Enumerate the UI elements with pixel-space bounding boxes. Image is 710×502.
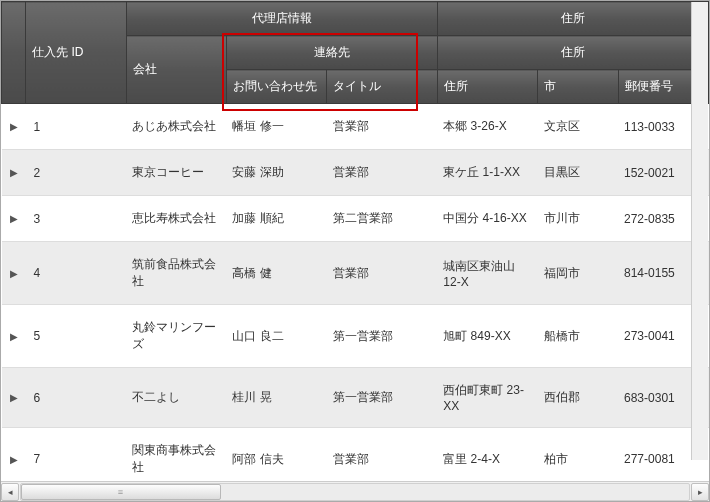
cell-address: 西伯町東町 23-XX [437, 368, 537, 428]
cell-address: 中国分 4-16-XX [437, 196, 537, 242]
header-supplier-id[interactable]: 仕入先 ID [26, 2, 126, 104]
header-city[interactable]: 市 [538, 70, 618, 104]
table-row[interactable]: ▶6不二よし桂川 晃第一営業部西伯町東町 23-XX西伯郡683-0301 [2, 368, 709, 428]
table-row[interactable]: ▶3恵比寿株式会社加藤 順紀第二営業部中国分 4-16-XX市川市272-083… [2, 196, 709, 242]
cell-address: 本郷 3-26-X [437, 104, 537, 150]
cell-address: 旭町 849-XX [437, 305, 537, 368]
expand-toggle[interactable]: ▶ [2, 196, 26, 242]
table-row[interactable]: ▶1あじあ株式会社幡垣 修一営業部本郷 3-26-X文京区113-0033 [2, 104, 709, 150]
cell-company: 東京コーヒー [126, 150, 226, 196]
cell-address: 東ケ丘 1-1-XX [437, 150, 537, 196]
scroll-right-button[interactable]: ▸ [691, 483, 709, 501]
cell-company: あじあ株式会社 [126, 104, 226, 150]
grid-body: ▶1あじあ株式会社幡垣 修一営業部本郷 3-26-X文京区113-0033▶2東… [2, 104, 709, 482]
cell-city: 西伯郡 [538, 368, 618, 428]
triangle-right-icon: ▶ [10, 454, 18, 465]
header-group-agency[interactable]: 代理店情報 [126, 2, 437, 36]
cell-company: 恵比寿株式会社 [126, 196, 226, 242]
triangle-right-icon: ▶ [10, 121, 18, 132]
cell-title: 営業部 [327, 428, 437, 482]
table-row[interactable]: ▶2東京コーヒー安藤 深助営業部東ケ丘 1-1-XX目黒区152-0021 [2, 150, 709, 196]
cell-city: 福岡市 [538, 242, 618, 305]
triangle-right-icon: ▶ [10, 392, 18, 403]
header-address[interactable]: 住所 [437, 70, 537, 104]
cell-contact: 阿部 信夫 [226, 428, 326, 482]
cell-city: 船橋市 [538, 305, 618, 368]
cell-title: 営業部 [327, 104, 437, 150]
cell-id: 7 [26, 428, 126, 482]
cell-city: 柏市 [538, 428, 618, 482]
cell-contact: 桂川 晃 [226, 368, 326, 428]
triangle-right-icon: ▶ [10, 213, 18, 224]
cell-company: 不二よし [126, 368, 226, 428]
expand-toggle[interactable]: ▶ [2, 242, 26, 305]
cell-company: 丸鈴マリンフーズ [126, 305, 226, 368]
cell-title: 第二営業部 [327, 196, 437, 242]
expand-toggle[interactable]: ▶ [2, 305, 26, 368]
header-title[interactable]: タイトル [327, 70, 437, 104]
grip-icon: ≡ [118, 487, 124, 497]
cell-id: 2 [26, 150, 126, 196]
cell-company: 筑前食品株式会社 [126, 242, 226, 305]
scroll-thumb[interactable]: ≡ [21, 484, 221, 500]
cell-contact: 幡垣 修一 [226, 104, 326, 150]
header-contact-person[interactable]: お問い合わせ先 [226, 70, 326, 104]
cell-title: 営業部 [327, 150, 437, 196]
cell-city: 目黒区 [538, 150, 618, 196]
expand-toggle[interactable]: ▶ [2, 428, 26, 482]
data-grid: 仕入先 ID 代理店情報 住所 会社 連絡先 住所 お問い合わせ先 タイトル 住… [1, 1, 709, 481]
cell-id: 4 [26, 242, 126, 305]
grid-header: 仕入先 ID 代理店情報 住所 会社 連絡先 住所 お問い合わせ先 タイトル 住… [2, 2, 709, 104]
header-group-address-top[interactable]: 住所 [437, 2, 708, 36]
horizontal-scrollbar[interactable]: ◂ ≡ ▸ [1, 481, 709, 501]
vertical-scrollbar[interactable] [691, 2, 708, 460]
cell-city: 文京区 [538, 104, 618, 150]
scroll-track[interactable]: ≡ [20, 483, 690, 501]
cell-contact: 高橋 健 [226, 242, 326, 305]
expand-toggle[interactable]: ▶ [2, 150, 26, 196]
triangle-right-icon: ▸ [698, 487, 703, 497]
header-address-group[interactable]: 住所 [437, 36, 708, 70]
header-expander [2, 2, 26, 104]
triangle-right-icon: ▶ [10, 331, 18, 342]
cell-title: 第一営業部 [327, 305, 437, 368]
table-row[interactable]: ▶7関東商事株式会社阿部 信夫営業部富里 2-4-X柏市277-0081 [2, 428, 709, 482]
grid-container: 仕入先 ID 代理店情報 住所 会社 連絡先 住所 お問い合わせ先 タイトル 住… [0, 0, 710, 502]
expand-toggle[interactable]: ▶ [2, 104, 26, 150]
cell-contact: 山口 良二 [226, 305, 326, 368]
cell-title: 第一営業部 [327, 368, 437, 428]
cell-title: 営業部 [327, 242, 437, 305]
triangle-left-icon: ◂ [8, 487, 13, 497]
cell-id: 1 [26, 104, 126, 150]
table-row[interactable]: ▶4筑前食品株式会社高橋 健営業部城南区東油山 12-X福岡市814-0155 [2, 242, 709, 305]
cell-contact: 安藤 深助 [226, 150, 326, 196]
table-row[interactable]: ▶5丸鈴マリンフーズ山口 良二第一営業部旭町 849-XX船橋市273-0041 [2, 305, 709, 368]
triangle-right-icon: ▶ [10, 268, 18, 279]
header-contact-group[interactable]: 連絡先 [226, 36, 437, 70]
cell-address: 富里 2-4-X [437, 428, 537, 482]
cell-id: 5 [26, 305, 126, 368]
content-wrap: 仕入先 ID 代理店情報 住所 会社 連絡先 住所 お問い合わせ先 タイトル 住… [1, 1, 709, 481]
expand-toggle[interactable]: ▶ [2, 368, 26, 428]
cell-city: 市川市 [538, 196, 618, 242]
cell-id: 3 [26, 196, 126, 242]
triangle-right-icon: ▶ [10, 167, 18, 178]
cell-id: 6 [26, 368, 126, 428]
header-company[interactable]: 会社 [126, 36, 226, 104]
cell-address: 城南区東油山 12-X [437, 242, 537, 305]
cell-contact: 加藤 順紀 [226, 196, 326, 242]
scroll-left-button[interactable]: ◂ [1, 483, 19, 501]
cell-company: 関東商事株式会社 [126, 428, 226, 482]
